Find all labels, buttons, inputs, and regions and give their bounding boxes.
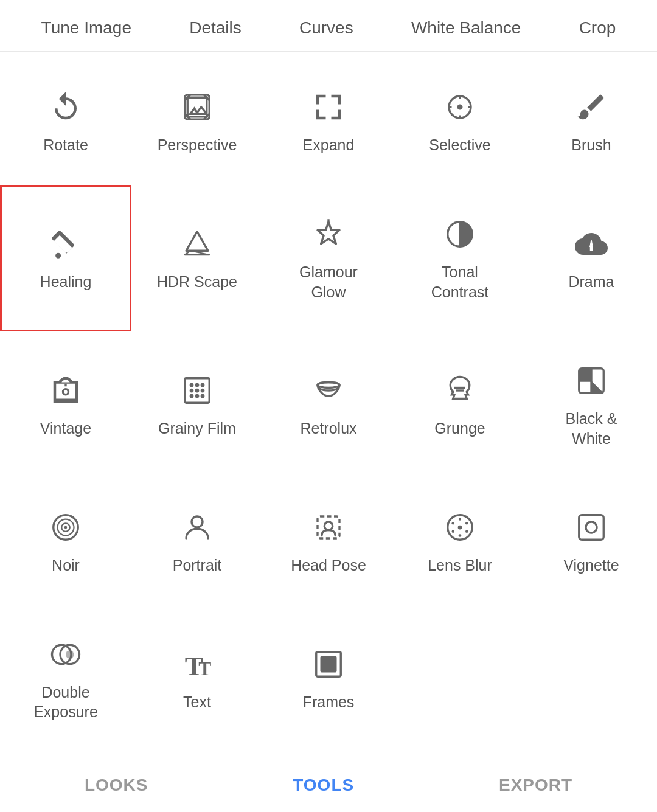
frames-label: Frames [303, 692, 355, 712]
glamour-glow-icon [312, 215, 345, 254]
tool-retrolux[interactable]: Retrolux [263, 331, 394, 478]
tool-tonal-contrast[interactable]: TonalContrast [394, 185, 526, 331]
tool-rotate[interactable]: Rotate [0, 58, 131, 185]
text-label: Text [183, 692, 211, 712]
tool-portrait[interactable]: Portrait [131, 478, 263, 605]
tool-brush[interactable]: Brush [526, 58, 657, 185]
tool-selective[interactable]: Selective [394, 58, 526, 185]
toolbar-crop[interactable]: Crop [579, 17, 616, 39]
tools-grid: Rotate Perspective Expand Selective Brus… [0, 52, 657, 758]
tool-noir[interactable]: Noir [0, 478, 131, 605]
double-exposure-icon [49, 635, 82, 674]
frames-icon [312, 645, 345, 684]
grunge-icon [443, 371, 476, 410]
svg-point-47 [459, 535, 462, 538]
toolbar-white-balance[interactable]: White Balance [411, 17, 521, 39]
top-toolbar: Tune Image Details Curves White Balance … [0, 0, 657, 52]
tool-head-pose[interactable]: Head Pose [263, 478, 394, 605]
svg-point-39 [324, 522, 333, 530]
vignette-label: Vignette [563, 555, 619, 575]
svg-point-37 [192, 516, 203, 527]
tonal-contrast-icon [443, 215, 476, 254]
svg-point-18 [190, 383, 194, 387]
svg-point-21 [190, 389, 194, 393]
tool-black-white[interactable]: Black &White [526, 331, 657, 478]
svg-point-26 [201, 394, 205, 398]
tool-glamour-glow[interactable]: GlamourGlow [263, 185, 394, 331]
tool-text[interactable]: TT Text [131, 605, 263, 752]
healing-label: Healing [40, 272, 92, 292]
rotate-icon [49, 88, 82, 127]
brush-icon [575, 88, 608, 127]
grainy-film-icon [181, 371, 214, 410]
retrolux-icon [312, 371, 345, 410]
svg-point-42 [452, 522, 455, 525]
grainy-film-label: Grainy Film [158, 418, 236, 439]
svg-point-25 [195, 394, 200, 398]
svg-point-22 [195, 389, 200, 393]
glamour-glow-label: GlamourGlow [299, 262, 358, 302]
toolbar-tune-image[interactable]: Tune Image [41, 17, 131, 39]
tool-grainy-film[interactable]: Grainy Film [131, 331, 263, 478]
svg-point-52 [66, 650, 74, 659]
noir-icon [49, 508, 82, 547]
svg-marker-8 [318, 222, 339, 244]
selective-icon [443, 88, 476, 127]
brush-label: Brush [571, 135, 611, 155]
svg-point-44 [452, 530, 455, 533]
svg-point-46 [459, 518, 462, 521]
tool-healing[interactable]: Healing [0, 185, 131, 331]
text-icon: TT [181, 645, 214, 684]
tool-perspective[interactable]: Perspective [131, 58, 263, 185]
tool-frames[interactable]: Frames [263, 605, 394, 752]
svg-point-43 [465, 522, 468, 525]
svg-point-1 [457, 105, 463, 110]
vintage-label: Vintage [40, 418, 91, 439]
nav-looks[interactable]: LOOKS [85, 776, 148, 795]
svg-point-45 [465, 530, 468, 533]
tool-hdr-scape[interactable]: HDR Scape [131, 185, 263, 331]
rotate-label: Rotate [43, 135, 88, 155]
black-white-label: Black &White [566, 409, 617, 448]
hdr-scape-icon [181, 224, 214, 263]
drama-label: Drama [568, 272, 614, 292]
svg-point-20 [201, 383, 205, 387]
tool-drama[interactable]: Drama [526, 185, 657, 331]
black-white-icon [575, 361, 608, 400]
tool-expand[interactable]: Expand [263, 58, 394, 185]
svg-point-36 [64, 526, 68, 529]
perspective-icon [181, 88, 214, 127]
nav-tools[interactable]: TOOLS [293, 776, 354, 795]
vintage-icon [49, 371, 82, 410]
lens-blur-label: Lens Blur [428, 555, 492, 575]
toolbar-details[interactable]: Details [189, 17, 242, 39]
svg-point-41 [458, 526, 462, 530]
drama-icon [575, 224, 608, 263]
head-pose-icon [312, 508, 345, 547]
nav-export[interactable]: EXPORT [499, 776, 572, 795]
svg-point-27 [318, 383, 339, 388]
svg-point-23 [201, 389, 205, 393]
head-pose-label: Head Pose [291, 555, 366, 575]
tonal-contrast-label: TonalContrast [431, 262, 488, 302]
expand-icon [312, 88, 345, 127]
tool-double-exposure[interactable]: DoubleExposure [0, 605, 131, 752]
tool-vintage[interactable]: Vintage [0, 331, 131, 478]
svg-point-49 [586, 522, 597, 533]
svg-point-24 [190, 394, 194, 398]
svg-rect-31 [579, 369, 591, 381]
svg-marker-32 [591, 381, 603, 393]
tool-vignette[interactable]: Vignette [526, 478, 657, 605]
vignette-icon [575, 508, 608, 547]
tool-grunge[interactable]: Grunge [394, 331, 526, 478]
svg-point-15 [63, 389, 69, 395]
toolbar-curves[interactable]: Curves [299, 17, 353, 39]
healing-icon [49, 224, 82, 263]
svg-text:T: T [198, 658, 211, 679]
noir-label: Noir [52, 555, 80, 575]
grunge-label: Grunge [434, 418, 485, 439]
svg-point-19 [195, 383, 200, 387]
tool-lens-blur[interactable]: Lens Blur [394, 478, 526, 605]
svg-marker-6 [186, 232, 208, 251]
svg-rect-56 [321, 656, 337, 673]
